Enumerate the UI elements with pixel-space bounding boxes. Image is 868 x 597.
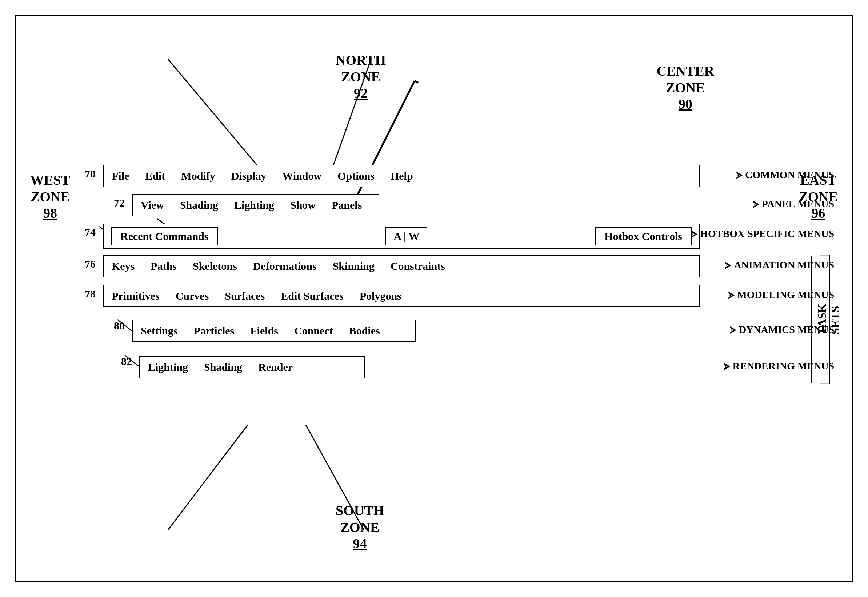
menu-display[interactable]: Display: [223, 167, 275, 185]
panel-menus-bar: View Shading Lighting Show Panels: [132, 194, 379, 216]
svg-line-3: [415, 81, 418, 83]
arrow-icon-panel: ⦠: [753, 197, 759, 211]
task-sets-brace-svg: [820, 255, 831, 384]
animation-menus-bar: Keys Paths Skeletons Deformations Skinni…: [103, 255, 700, 278]
menu-show[interactable]: Show: [282, 196, 324, 214]
diagram-container: NORTH ZONE 92 CENTER ZONE 90 WEST ZONE 9…: [16, 16, 852, 581]
menu-help[interactable]: Help: [382, 167, 421, 185]
common-menus-bar: File Edit Modify Display Window Options …: [103, 165, 700, 187]
modeling-menus-bar: Primitives Curves Surfaces Edit Surfaces…: [103, 285, 700, 307]
svg-line-0: [168, 59, 262, 172]
menu-skeletons[interactable]: Skeletons: [185, 257, 245, 275]
common-menus-label: ⦠ COMMON MENUS: [736, 168, 834, 182]
arrow-icon-common: ⦠: [736, 168, 742, 182]
recent-commands-btn[interactable]: Recent Commands: [111, 227, 218, 245]
menu-particles[interactable]: Particles: [186, 322, 242, 340]
arrow-icon-dynamics: ⦠: [730, 322, 736, 337]
arrow-icon-modeling: ⦠: [728, 288, 734, 302]
menu-paths[interactable]: Paths: [143, 257, 185, 275]
arrow-icon-hotbox: ⦠: [691, 227, 697, 241]
menu-edit-surfaces[interactable]: Edit Surfaces: [273, 287, 352, 305]
menu-render[interactable]: Render: [250, 358, 301, 376]
hotbox-specific-bar: Recent Commands A | W Hotbox Controls: [103, 224, 700, 249]
hotbox-specific-text: HOTBOX SPECIFIC MENUS: [700, 228, 834, 240]
outer-border: NORTH ZONE 92 CENTER ZONE 90 WEST ZONE 9…: [15, 15, 853, 582]
panel-menus-label: ⦠ PANEL MENUS: [753, 197, 834, 211]
hotbox-specific-label: ⦠ HOTBOX SPECIFIC MENUS: [691, 227, 834, 241]
num-78: 78: [85, 288, 96, 300]
menu-file[interactable]: File: [104, 167, 137, 185]
menu-fields[interactable]: Fields: [242, 322, 286, 340]
north-zone-label: NORTH ZONE 92: [336, 52, 386, 102]
menu-primitives[interactable]: Primitives: [104, 287, 168, 305]
menu-constraints[interactable]: Constraints: [382, 257, 453, 275]
menu-window[interactable]: Window: [274, 167, 330, 185]
menu-view[interactable]: View: [133, 196, 172, 214]
menu-shading[interactable]: Shading: [172, 196, 226, 214]
svg-line-5: [168, 425, 248, 530]
center-zone-number: 90: [657, 96, 714, 113]
menu-surfaces[interactable]: Surfaces: [217, 287, 273, 305]
arrow-icon-rendering: ⦠: [724, 359, 730, 373]
menu-skinning[interactable]: Skinning: [325, 257, 382, 275]
menu-options[interactable]: Options: [330, 167, 382, 185]
num-70: 70: [85, 168, 96, 180]
menu-polygons[interactable]: Polygons: [352, 287, 409, 305]
common-menus-text: COMMON MENUS: [745, 169, 834, 181]
menu-bodies[interactable]: Bodies: [341, 322, 388, 340]
panel-menus-text: PANEL MENUS: [762, 198, 834, 210]
num-76: 76: [85, 258, 96, 270]
num-74: 74: [85, 226, 96, 238]
menu-panels[interactable]: Panels: [324, 196, 370, 214]
menu-curves[interactable]: Curves: [168, 287, 217, 305]
north-zone-number: 92: [336, 85, 386, 102]
rendering-menus-bar: Lighting Shading Render: [139, 356, 365, 379]
arrow-icon-animation: ⦠: [725, 258, 731, 272]
menu-connect[interactable]: Connect: [286, 322, 341, 340]
hotbox-controls-btn[interactable]: Hotbox Controls: [595, 227, 692, 245]
menu-lighting[interactable]: Lighting: [226, 196, 282, 214]
west-zone-label: WEST ZONE 98: [30, 172, 70, 222]
menu-settings[interactable]: Settings: [133, 322, 186, 340]
west-zone-number: 98: [30, 205, 70, 222]
num-72: 72: [114, 197, 125, 209]
menu-edit[interactable]: Edit: [137, 167, 173, 185]
south-zone-number: 94: [336, 536, 384, 552]
menu-keys[interactable]: Keys: [104, 257, 143, 275]
menu-deformations[interactable]: Deformations: [245, 257, 325, 275]
menu-shading2[interactable]: Shading: [196, 358, 250, 376]
south-zone-label: SOUTH ZONE 94: [336, 502, 384, 552]
menu-lighting2[interactable]: Lighting: [140, 358, 196, 376]
aw-center-btn[interactable]: A | W: [385, 227, 427, 245]
menu-modify[interactable]: Modify: [173, 167, 223, 185]
center-zone-label: CENTER ZONE 90: [657, 63, 714, 113]
dynamics-menus-bar: Settings Particles Fields Connect Bodies: [132, 319, 416, 342]
